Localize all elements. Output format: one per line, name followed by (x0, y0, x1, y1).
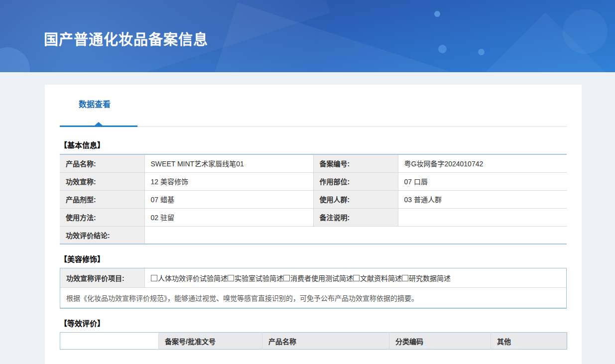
exemption-note: 根据《化妆品功效宣称评价规范》，能够通过视觉、嗅觉等感官直接识别的，可免予公布产… (60, 288, 424, 308)
checkbox-icon[interactable] (353, 275, 360, 281)
section-title-beauty-modification: 【美容修饰】 (60, 253, 567, 264)
table-row: 使用方法: 02 驻留 备注说明: (60, 208, 567, 226)
page-title: 国产普通化妆品备案信息 (44, 28, 208, 49)
page-banner: 国产普通化妆品备案信息 (0, 0, 615, 72)
evaluation-checkbox-group: 人体功效评价试验简述 实验室试验简述 消费者使用测试简述 文献资料简述 研究数据… (145, 268, 566, 287)
checkbox-item: 人体功效评价试验简述 (151, 273, 228, 283)
table-row: 产品剂型: 07 蜡基 使用人群: 03 普通人群 (60, 190, 567, 208)
field-label-formulation: 产品剂型: (60, 190, 144, 208)
checkbox-label: 研究数据简述 (409, 273, 451, 283)
field-label-filing-number: 备案编号: (313, 154, 398, 172)
checkbox-icon[interactable] (151, 275, 157, 281)
checkbox-label: 实验室试验简述 (235, 273, 283, 283)
content-card: 数据查看 【基本信息】 产品名称: SWEET MINT艺术家唇线笔01 备案编… (45, 85, 582, 364)
banner-decoration-circle (434, 11, 440, 17)
table-row: 功效评价结论: (60, 226, 567, 244)
section-title-basic-info: 【基本信息】 (60, 139, 567, 150)
field-label-application-site: 作用部位: (313, 172, 398, 190)
column-header-filing-approval-number: 备案号/批准文号 (159, 333, 262, 350)
field-value-formulation: 07 蜡基 (144, 190, 313, 208)
field-value-remarks (398, 208, 567, 226)
banner-decoration-circle (563, 9, 608, 54)
checkbox-item: 文献资料简述 (353, 273, 402, 283)
field-label-usage-method: 使用方法: (60, 208, 144, 226)
column-header-classification-code: 分类编码 (389, 333, 491, 350)
checkbox-icon[interactable] (228, 275, 234, 281)
column-header-other: 其他 (491, 333, 567, 350)
field-label-target-users: 使用人群: (313, 190, 398, 208)
field-label-efficacy-claim: 功效宣称: (60, 172, 144, 190)
checkbox-label: 消费者使用测试简述 (290, 273, 353, 283)
banner-decoration (204, 2, 484, 72)
tab-active-underline (60, 125, 137, 127)
section-title-equivalence: 【等效评价】 (60, 318, 567, 328)
checkbox-icon[interactable] (283, 275, 290, 281)
field-label-evaluation-items: 功效宣称评价项目: (60, 268, 145, 287)
checkbox-item: 研究数据简述 (402, 273, 451, 283)
field-value-application-site: 07 口唇 (398, 172, 567, 190)
field-label-efficacy-conclusion: 功效评价结论: (60, 226, 144, 244)
field-value-product-name: SWEET MINT艺术家唇线笔01 (144, 154, 313, 172)
table-row: 根据《化妆品功效宣称评价规范》，能够通过视觉、嗅觉等感官直接识别的，可免予公布产… (60, 288, 566, 308)
equivalence-table: 备案号/批准文号 产品名称 分类编码 其他 (60, 332, 567, 350)
field-label-product-name: 产品名称: (60, 154, 144, 172)
beauty-modification-box: 功效宣称评价项目: 人体功效评价试验简述 实验室试验简述 消费者使用测试简述 文… (60, 268, 567, 309)
field-value-efficacy-conclusion (144, 226, 567, 244)
table-row: 产品名称: SWEET MINT艺术家唇线笔01 备案编号: 粤G妆网备字202… (60, 154, 567, 172)
column-header-product-name: 产品名称 (262, 333, 389, 350)
tab-bar: 数据查看 (60, 98, 567, 127)
basic-info-table: 产品名称: SWEET MINT艺术家唇线笔01 备案编号: 粤G妆网备字202… (60, 154, 567, 244)
banner-decoration-circle (478, 49, 485, 55)
table-row: 功效宣称评价项目: 人体功效评价试验简述 实验室试验简述 消费者使用测试简述 文… (60, 268, 566, 288)
field-value-efficacy-claim: 12 美容修饰 (144, 172, 313, 190)
checkbox-label: 人体功效评价试验简述 (158, 273, 228, 283)
field-value-target-users: 03 普通人群 (398, 190, 567, 208)
field-value-usage-method: 02 驻留 (144, 208, 313, 226)
tab-data-view[interactable]: 数据查看 (79, 98, 111, 110)
banner-decoration-circle (0, 47, 30, 72)
banner-decoration (486, 12, 605, 72)
checkbox-icon[interactable] (402, 275, 408, 281)
checkbox-item: 实验室试验简述 (228, 273, 283, 283)
banner-decoration-circle (438, 45, 447, 53)
column-header-blank (60, 333, 159, 350)
table-header-row: 备案号/批准文号 产品名称 分类编码 其他 (60, 333, 567, 350)
field-label-remarks: 备注说明: (313, 208, 398, 226)
table-row: 功效宣称: 12 美容修饰 作用部位: 07 口唇 (60, 172, 567, 190)
field-value-filing-number: 粤G妆网备字2024010742 (398, 154, 567, 172)
tab-active-caret-icon (95, 122, 103, 125)
checkbox-item: 消费者使用测试简述 (283, 273, 353, 283)
checkbox-label: 文献资料简述 (360, 273, 402, 283)
